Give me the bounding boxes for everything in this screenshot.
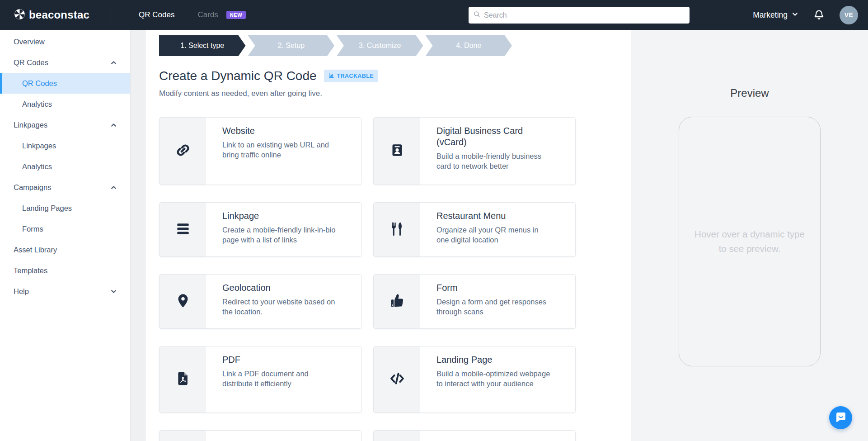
card-body bbox=[206, 431, 230, 441]
code-icon bbox=[389, 370, 406, 389]
chevron-down-icon bbox=[110, 288, 117, 297]
utensils-icon bbox=[389, 221, 405, 239]
card-description: Build a mobile-optimized webpage to inte… bbox=[436, 369, 550, 389]
primary-tabs: QR CodesCardsNEW bbox=[139, 10, 246, 19]
qr-type-card-restaurant-menu[interactable]: Restaurant MenuOrganize all your QR menu… bbox=[373, 202, 576, 257]
card-icon-panel bbox=[374, 118, 420, 185]
card-body: FormDesign a form and get responses thro… bbox=[420, 275, 558, 328]
qr-type-card-pdf[interactable]: PDFLink a PDF document and distribute it… bbox=[159, 346, 361, 413]
step-1[interactable]: 1. Select type bbox=[159, 35, 246, 56]
search-box bbox=[469, 7, 690, 24]
beaconstac-logo[interactable]: beaconstac bbox=[14, 9, 89, 22]
chevron-up-icon bbox=[110, 121, 117, 131]
sidebar-item-qr-codes[interactable]: QR Codes bbox=[0, 73, 130, 94]
card-icon-panel bbox=[160, 275, 206, 328]
trackable-badge-label: TRACKABLE bbox=[337, 73, 374, 79]
sidebar-item-label: Analytics bbox=[22, 162, 52, 171]
card-body: Digital Business Card (vCard)Build a mob… bbox=[420, 118, 558, 185]
list-icon bbox=[174, 220, 192, 239]
card-title: Linkpage bbox=[222, 210, 331, 222]
chevron-down-icon bbox=[792, 10, 798, 20]
card-body: PDFLink a PDF document and distribute it… bbox=[206, 346, 344, 413]
card-body: GeolocationRedirect to your website base… bbox=[206, 275, 344, 328]
card-icon-panel bbox=[160, 346, 206, 413]
sidebar-item-label: Linkpages bbox=[22, 142, 56, 150]
qr-type-card-linkpage[interactable]: LinkpageCreate a mobile-friendly link-in… bbox=[159, 202, 361, 257]
card-icon-panel bbox=[160, 118, 206, 185]
qr-type-card-landing-page[interactable]: Landing PageBuild a mobile-optimized web… bbox=[373, 346, 576, 413]
sidebar-item-help[interactable]: Help bbox=[0, 281, 130, 302]
sidebar-item-forms[interactable]: Forms bbox=[0, 218, 130, 239]
tab-cards[interactable]: CardsNEW bbox=[197, 10, 246, 19]
main-content: 1. Select type2. Setup3. Customize4. Don… bbox=[145, 30, 631, 441]
qr-type-card-website[interactable]: WebsiteLink to an existing web URL and b… bbox=[159, 117, 361, 185]
card-icon-panel bbox=[374, 346, 420, 413]
card-description: Link to an existing web URL and bring tr… bbox=[222, 140, 336, 160]
app-root: beaconstac QR CodesCardsNEW Marketing bbox=[0, 0, 868, 441]
page-title: Create a Dynamic QR Code bbox=[159, 69, 317, 83]
card-title: Digital Business Card (vCard) bbox=[436, 125, 545, 148]
thumbs-up-icon bbox=[389, 293, 405, 311]
card-description: Design a form and get responses through … bbox=[436, 297, 550, 317]
chat-bubble-icon bbox=[835, 411, 847, 425]
card-body: Landing PageBuild a mobile-optimized web… bbox=[420, 346, 558, 413]
sidebar-item-analytics[interactable]: Analytics bbox=[0, 156, 130, 177]
top-navbar: beaconstac QR CodesCardsNEW Marketing bbox=[0, 0, 868, 30]
step-label: 1. Select type bbox=[180, 42, 224, 50]
id-card-icon bbox=[389, 142, 405, 160]
sidebar-item-qr-codes[interactable]: QR Codes bbox=[0, 52, 130, 73]
card-title: Geolocation bbox=[222, 282, 331, 294]
qr-type-card-form[interactable]: FormDesign a form and get responses thro… bbox=[373, 274, 576, 329]
card-icon-panel bbox=[374, 203, 420, 256]
sidebar-item-label: Overview bbox=[14, 38, 45, 46]
sidebar-item-linkpages[interactable]: Linkpages bbox=[0, 114, 130, 135]
page-header: Create a Dynamic QR Code TRACKABLE bbox=[159, 69, 631, 83]
card-description: Link a PDF document and distribute it ef… bbox=[222, 369, 336, 389]
qr-type-card-partial[interactable] bbox=[373, 430, 576, 441]
qr-type-card-partial[interactable] bbox=[159, 430, 361, 441]
sidebar-item-linkpages[interactable]: Linkpages bbox=[0, 135, 130, 156]
card-title: Restaurant Menu bbox=[436, 210, 545, 222]
card-body: WebsiteLink to an existing web URL and b… bbox=[206, 118, 344, 185]
sidebar-item-label: Asset Library bbox=[14, 246, 57, 254]
tab-qr-codes[interactable]: QR Codes bbox=[139, 10, 174, 19]
card-title: PDF bbox=[222, 354, 331, 365]
card-title: Website bbox=[222, 125, 331, 137]
brand-name: beaconstac bbox=[29, 9, 89, 21]
card-description: Create a mobile-friendly link-in-bio pag… bbox=[222, 225, 336, 245]
trackable-badge: TRACKABLE bbox=[324, 70, 378, 82]
beaconstac-logo-icon bbox=[14, 9, 25, 22]
preview-title: Preview bbox=[631, 30, 868, 100]
qr-type-grid: WebsiteLink to an existing web URL and b… bbox=[159, 117, 631, 441]
pdf-file-icon bbox=[175, 371, 191, 388]
step-4[interactable]: 4. Done bbox=[426, 35, 512, 56]
step-label: 4. Done bbox=[456, 42, 481, 50]
qr-type-card-digital-business-card-vcard[interactable]: Digital Business Card (vCard)Build a mob… bbox=[373, 117, 576, 185]
sidebar-item-label: Forms bbox=[22, 225, 43, 233]
search-input[interactable] bbox=[484, 11, 690, 19]
map-pin-icon bbox=[175, 293, 191, 311]
sidebar-item-label: Analytics bbox=[22, 100, 52, 109]
preview-phone-frame: Hover over a dynamic type to see preview… bbox=[679, 117, 821, 366]
card-icon-panel bbox=[160, 203, 206, 256]
sidebar-item-landing-pages[interactable]: Landing Pages bbox=[0, 198, 130, 218]
step-3[interactable]: 3. Customize bbox=[337, 35, 423, 56]
sidebar-item-campaigns[interactable]: Campaigns bbox=[0, 177, 130, 198]
sidebar-item-analytics[interactable]: Analytics bbox=[0, 94, 130, 114]
navbar-divider bbox=[111, 7, 111, 23]
workspace-label: Marketing bbox=[753, 10, 788, 20]
card-description: Redirect to your website based on the lo… bbox=[222, 297, 336, 317]
chat-widget-button[interactable] bbox=[829, 406, 852, 429]
new-badge: NEW bbox=[226, 11, 246, 19]
step-2[interactable]: 2. Setup bbox=[248, 35, 335, 56]
tab-label: QR Codes bbox=[139, 10, 174, 19]
notifications-bell-icon[interactable] bbox=[813, 9, 825, 21]
step-label: 3. Customize bbox=[359, 42, 401, 50]
qr-type-card-geolocation[interactable]: GeolocationRedirect to your website base… bbox=[159, 274, 361, 329]
sidebar-item-label: QR Codes bbox=[14, 58, 48, 67]
sidebar-item-overview[interactable]: Overview bbox=[0, 31, 130, 52]
sidebar-item-asset-library[interactable]: Asset Library bbox=[0, 239, 130, 260]
sidebar-item-templates[interactable]: Templates bbox=[0, 260, 130, 281]
workspace-dropdown[interactable]: Marketing bbox=[753, 10, 798, 20]
avatar[interactable]: VE bbox=[840, 6, 858, 24]
